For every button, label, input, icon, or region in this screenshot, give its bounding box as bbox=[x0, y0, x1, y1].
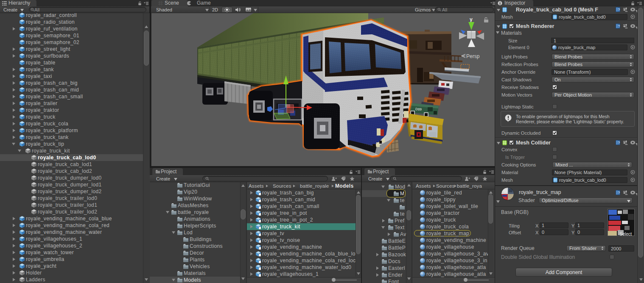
svg-text:y: y bbox=[470, 17, 473, 22]
svg-text:D89: D89 bbox=[415, 107, 422, 111]
svg-text:Persp: Persp bbox=[466, 53, 480, 59]
